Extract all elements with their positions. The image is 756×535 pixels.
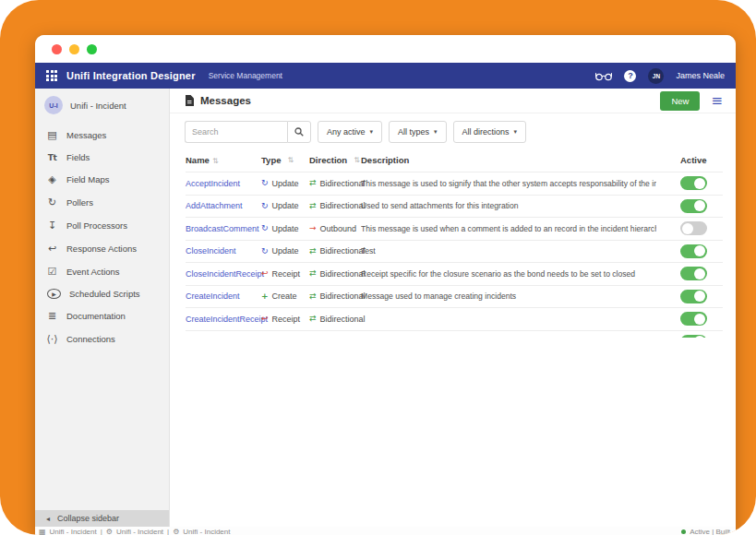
sort-icon: ⇅ — [287, 156, 294, 164]
status-text: Active | Built — [690, 528, 730, 535]
type-cell: +Create — [261, 291, 309, 301]
response-actions-icon: ↩ — [46, 243, 58, 255]
sidebar-item-fields[interactable]: TtFields — [35, 147, 169, 168]
direction-label: Bidirectional — [320, 269, 366, 279]
active-toggle[interactable] — [680, 267, 707, 280]
window-titlebar — [35, 35, 736, 63]
table-row: BroadcastComment↻Update→OutboundThis mes… — [186, 217, 723, 240]
user-avatar[interactable]: JN — [648, 68, 664, 84]
messages-table: Name⇅ Type⇅ Direction⇅ Description Activ… — [170, 149, 736, 338]
active-filter-dropdown[interactable]: Any active▾ — [318, 121, 382, 143]
receipt-type-icon: ↩ — [261, 269, 269, 278]
sort-icon: ⇅ — [212, 157, 219, 165]
minimize-window-button[interactable] — [69, 44, 79, 54]
workspace-avatar: U-I — [44, 96, 63, 114]
sidebar-item-field-maps[interactable]: ◈Field Maps — [35, 168, 169, 191]
toggle-knob — [694, 200, 705, 211]
table-row: Heartbeat♥Heartbeat→Outbound — [186, 330, 723, 339]
description-cell: This message is used to signify that the… — [361, 179, 656, 188]
message-name-link[interactable]: BroadcastComment — [186, 224, 259, 233]
sidebar-item-messages[interactable]: ▤Messages — [35, 124, 169, 147]
main-panel: Messages New ≡ Any active▾ A — [170, 89, 736, 527]
message-name-link[interactable]: AddAttachment — [186, 201, 243, 210]
statusbar-item[interactable]: Unifi - Incident — [116, 528, 163, 535]
column-header-name[interactable]: Name⇅ — [186, 155, 261, 165]
active-toggle[interactable] — [680, 335, 707, 338]
outbound-direction-icon: → — [309, 224, 317, 232]
table-row: CreateIncidentReceipt↩Receipt⇄Bidirectio… — [186, 307, 723, 330]
search-button[interactable] — [287, 121, 311, 143]
type-label: Update — [272, 201, 299, 210]
direction-label: Outbound — [320, 224, 357, 233]
statusbar-separator: | — [167, 528, 169, 535]
sidebar-item-documentation[interactable]: ≣Documentation — [35, 304, 169, 327]
chevron-down-icon: ▾ — [434, 128, 438, 136]
search-input[interactable] — [185, 121, 287, 143]
statusbar-item[interactable]: Unifi - Incident — [50, 528, 97, 535]
app-window: Unifi Integration Designer Service Manag… — [35, 35, 736, 535]
active-toggle[interactable] — [680, 290, 707, 303]
user-name[interactable]: James Neale — [676, 71, 725, 80]
sidebar-item-response-actions[interactable]: ↩Response Actions — [35, 237, 169, 260]
active-toggle[interactable] — [680, 176, 707, 190]
sidebar-item-event-actions[interactable]: ☑Event Actions — [35, 260, 169, 283]
chevron-down-icon: ▾ — [514, 128, 518, 136]
column-header-direction[interactable]: Direction⇅ — [309, 155, 361, 165]
workspace-label: Unifi - Incident — [70, 101, 126, 111]
message-name-link[interactable]: CreateIncident — [186, 291, 240, 301]
help-icon[interactable]: ? — [624, 70, 636, 82]
active-toggle[interactable] — [680, 312, 707, 326]
apps-grid-icon[interactable] — [46, 70, 57, 81]
sidebar-item-pollers[interactable]: ↻Pollers — [35, 191, 169, 214]
toggle-knob — [694, 291, 705, 302]
sort-icon: ⇅ — [354, 156, 360, 164]
bidirectional-direction-icon: ⇄ — [309, 292, 317, 301]
menu-icon[interactable]: ≡ — [711, 96, 723, 105]
description-cell: Receipt specific for the closure scenari… — [361, 269, 656, 279]
zoom-window-button[interactable] — [87, 44, 97, 54]
direction-cell: ⇄Bidirectional — [309, 291, 361, 301]
close-window-button[interactable] — [52, 44, 62, 54]
table-row: CloseIncident↻Update⇄BidirectionalTest — [186, 240, 723, 263]
update-type-icon: ↻ — [261, 202, 269, 210]
orange-backdrop: Unifi Integration Designer Service Manag… — [0, 0, 756, 535]
type-cell: ↻Update — [261, 201, 309, 210]
message-name-link[interactable]: CloseIncidentReceipt — [186, 269, 264, 279]
type-filter-dropdown[interactable]: All types▾ — [389, 121, 447, 143]
table-row: CreateIncident+Create⇄BidirectionalMessa… — [186, 285, 723, 308]
statusbar-item[interactable]: Unifi - Incident — [183, 528, 230, 535]
sidebar-item-label: Response Actions — [66, 244, 137, 254]
type-label: Create — [272, 291, 297, 301]
direction-cell: →Outbound — [309, 224, 361, 233]
bidirectional-direction-icon: ⇄ — [309, 202, 317, 210]
message-name-link[interactable]: AcceptIncident — [186, 179, 240, 188]
sidebar-item-label: Messages — [66, 130, 106, 140]
type-cell: ↻Update — [261, 224, 309, 233]
new-button[interactable]: New — [660, 91, 700, 111]
table-header-row: Name⇅ Type⇅ Direction⇅ Description Activ… — [186, 149, 723, 172]
column-header-type[interactable]: Type⇅ — [261, 155, 309, 165]
messages-icon: ▤ — [46, 129, 58, 141]
sidebar-item-scheduled-scripts[interactable]: ▶Scheduled Scripts — [35, 283, 169, 304]
direction-label: Bidirectional — [320, 315, 366, 324]
type-cell: ↻Update — [261, 246, 309, 256]
type-label: Receipt — [272, 315, 301, 324]
workspace-header[interactable]: U-I Unifi - Incident — [35, 89, 169, 124]
direction-label: Bidirectional — [320, 179, 366, 188]
active-toggle[interactable] — [680, 244, 707, 258]
toggle-knob — [694, 268, 705, 279]
direction-cell: ⇄Bidirectional — [309, 315, 361, 324]
documentation-icon: ≣ — [46, 310, 58, 322]
active-toggle[interactable] — [680, 199, 707, 213]
message-name-link[interactable]: CloseIncident — [186, 246, 236, 256]
collapse-sidebar-button[interactable]: ◂ Collapse sidebar — [35, 510, 169, 527]
sidebar-item-poll-processors[interactable]: ↧Poll Processors — [35, 214, 169, 237]
spectacles-icon[interactable] — [595, 71, 612, 81]
direction-filter-dropdown[interactable]: All directions▾ — [453, 121, 527, 143]
message-name-link[interactable]: CreateIncidentReceipt — [186, 315, 268, 324]
document-icon — [185, 95, 194, 106]
sidebar-item-connections[interactable]: ⟨·⟩Connections — [35, 327, 169, 351]
field-maps-icon: ◈ — [46, 173, 58, 185]
active-toggle[interactable] — [680, 221, 707, 235]
type-label: Update — [272, 179, 299, 188]
